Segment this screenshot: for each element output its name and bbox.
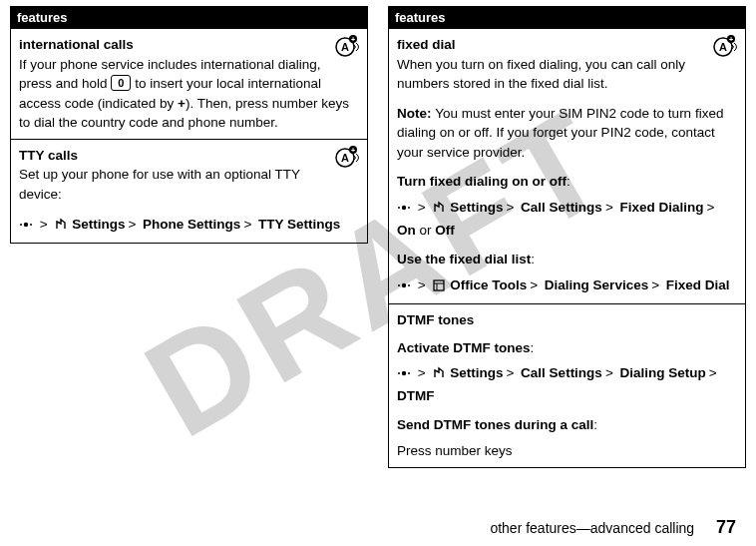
fixed-note: Note: You must enter your SIM PIN2 code …	[397, 104, 737, 163]
svg-point-26	[408, 372, 410, 374]
center-key-icon	[19, 218, 33, 238]
footer-text: other features—advanced calling	[490, 520, 694, 536]
svg-point-15	[402, 206, 406, 210]
left-header: features	[11, 7, 367, 28]
fixed-list-label: Use the fixed dial list:	[397, 250, 737, 270]
network-badge-icon: A +	[711, 35, 737, 57]
cell-international-calls: A + international calls If your phone se…	[11, 28, 367, 139]
office-tools-icon	[432, 278, 446, 298]
svg-point-10	[30, 224, 32, 226]
tty-path: > Settings> Phone Settings> TTY Settings	[19, 215, 359, 238]
svg-point-18	[402, 282, 406, 286]
settings-icon	[432, 201, 446, 221]
fixed-list-path: > Office Tools> Dialing Services> Fixed …	[397, 275, 737, 298]
zero-key-icon: 0	[111, 75, 131, 91]
svg-point-8	[24, 222, 28, 226]
svg-point-17	[408, 207, 410, 209]
cell-dtmf: DTMF tones Activate DTMF tones: > Settin…	[389, 303, 745, 466]
svg-text:+: +	[351, 147, 355, 154]
intl-title: international calls	[19, 35, 359, 55]
left-table: features A + international calls If your…	[10, 6, 368, 244]
center-key-icon	[397, 366, 411, 386]
tty-body: Set up your phone for use with an option…	[19, 165, 359, 204]
dtmf-path: > Settings> Call Settings> Dialing Setup…	[397, 363, 737, 405]
fixed-body: When you turn on fixed dialing, you can …	[397, 55, 737, 94]
intl-body: If your phone service includes internati…	[19, 55, 359, 133]
network-badge-icon: A +	[333, 35, 359, 57]
right-table: features A + fixed dial When you turn on…	[388, 6, 746, 468]
svg-text:A: A	[719, 41, 727, 53]
svg-point-9	[20, 224, 22, 226]
svg-point-16	[398, 207, 400, 209]
page-number: 77	[716, 517, 736, 537]
dtmf-title: DTMF tones	[397, 310, 737, 330]
center-key-icon	[397, 201, 411, 221]
dtmf-send-label: Send DTMF tones during a call:	[397, 415, 737, 435]
svg-text:+: +	[351, 36, 355, 43]
right-header: features	[389, 7, 745, 28]
network-badge-icon: A +	[333, 146, 359, 168]
cell-tty: A + TTY calls Set up your phone for use …	[11, 139, 367, 243]
tty-title: TTY calls	[19, 146, 359, 166]
content-columns: features A + international calls If your…	[0, 0, 756, 468]
svg-text:A: A	[341, 152, 349, 164]
svg-point-20	[408, 284, 410, 286]
dtmf-activate-label: Activate DTMF tones:	[397, 338, 737, 358]
svg-rect-21	[434, 280, 444, 290]
settings-icon	[54, 218, 68, 238]
fixed-title: fixed dial	[397, 35, 737, 55]
svg-point-19	[398, 284, 400, 286]
cell-fixed-dial: A + fixed dial When you turn on fixed di…	[389, 28, 745, 303]
fixed-toggle-path: > Settings> Call Settings> Fixed Dialing…	[397, 198, 737, 240]
svg-text:+: +	[729, 36, 733, 43]
center-key-icon	[397, 278, 411, 298]
svg-text:A: A	[341, 41, 349, 53]
fixed-toggle-label: Turn fixed dialing on or off:	[397, 172, 737, 192]
svg-point-24	[402, 371, 406, 375]
dtmf-send-body: Press number keys	[397, 441, 737, 461]
page-footer: other features—advanced calling 77	[490, 517, 736, 538]
settings-icon	[432, 366, 446, 386]
svg-point-25	[398, 372, 400, 374]
